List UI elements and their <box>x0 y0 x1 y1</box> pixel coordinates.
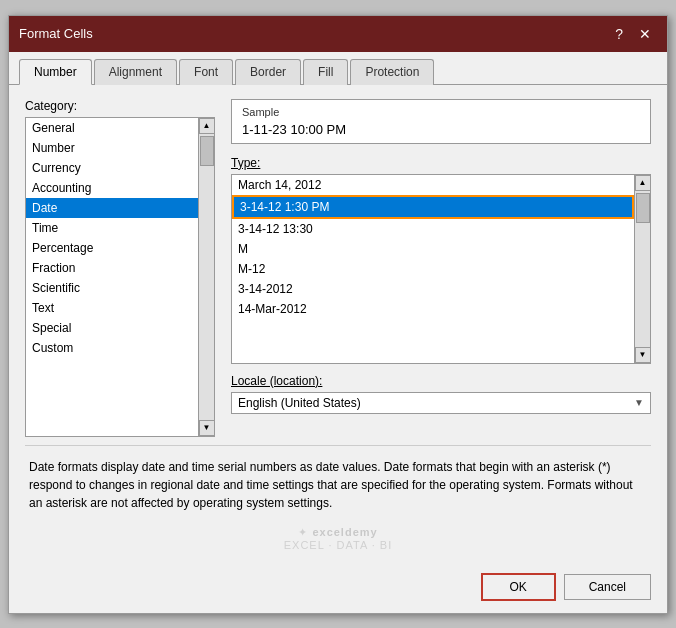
locale-value: English (United States) <box>238 396 634 410</box>
dialog-title: Format Cells <box>19 26 93 41</box>
description-area: Date formats display date and time seria… <box>25 445 651 522</box>
category-list-container: GeneralNumberCurrencyAccountingDateTimeP… <box>25 117 215 437</box>
list-item[interactable]: Number <box>26 138 198 158</box>
tab-number[interactable]: Number <box>19 59 92 85</box>
type-item[interactable]: M-12 <box>232 259 634 279</box>
category-label: Category: <box>25 99 215 113</box>
tab-font[interactable]: Font <box>179 59 233 85</box>
category-list[interactable]: GeneralNumberCurrencyAccountingDateTimeP… <box>26 118 198 436</box>
type-item[interactable]: 3-14-12 13:30 <box>232 219 634 239</box>
right-panel: Sample 1-11-23 10:00 PM Type: March 14, … <box>231 99 651 437</box>
list-item[interactable]: Custom <box>26 338 198 358</box>
type-list[interactable]: March 14, 20123-14-12 1:30 PM3-14-12 13:… <box>232 175 634 363</box>
type-scrollbar[interactable]: ▲ ▼ <box>634 175 650 363</box>
list-item[interactable]: Fraction <box>26 258 198 278</box>
type-item[interactable]: 3-14-12 1:30 PM <box>232 195 634 219</box>
left-panel: Category: GeneralNumberCurrencyAccountin… <box>25 99 215 437</box>
footer: OK Cancel <box>9 565 667 613</box>
list-item[interactable]: Percentage <box>26 238 198 258</box>
type-item[interactable]: 3-14-2012 <box>232 279 634 299</box>
title-bar: Format Cells ? ✕ <box>9 16 667 52</box>
help-button[interactable]: ? <box>609 25 629 43</box>
list-item[interactable]: Special <box>26 318 198 338</box>
scroll-up-arrow[interactable]: ▲ <box>199 118 215 134</box>
list-item[interactable]: General <box>26 118 198 138</box>
scroll-down-arrow[interactable]: ▼ <box>199 420 215 436</box>
tab-fill[interactable]: Fill <box>303 59 348 85</box>
main-area: Category: GeneralNumberCurrencyAccountin… <box>25 99 651 437</box>
tab-protection[interactable]: Protection <box>350 59 434 85</box>
list-item[interactable]: Scientific <box>26 278 198 298</box>
type-list-container: March 14, 20123-14-12 1:30 PM3-14-12 13:… <box>231 174 651 364</box>
list-item[interactable]: Time <box>26 218 198 238</box>
sample-box: Sample 1-11-23 10:00 PM <box>231 99 651 144</box>
tab-border[interactable]: Border <box>235 59 301 85</box>
type-scroll-track[interactable] <box>635 191 650 347</box>
type-scroll-thumb[interactable] <box>636 193 650 223</box>
list-item[interactable]: Text <box>26 298 198 318</box>
type-item[interactable]: M <box>232 239 634 259</box>
category-scrollbar[interactable]: ▲ ▼ <box>198 118 214 436</box>
dialog-content: Category: GeneralNumberCurrencyAccountin… <box>9 85 667 565</box>
watermark: ✦ exceldemy EXCEL · DATA · BI <box>25 522 651 555</box>
locale-label: Locale (location): <box>231 374 651 388</box>
watermark-line1: ✦ exceldemy <box>25 526 651 539</box>
list-item[interactable]: Accounting <box>26 178 198 198</box>
sample-label: Sample <box>242 106 640 118</box>
tab-alignment[interactable]: Alignment <box>94 59 177 85</box>
sample-value: 1-11-23 10:00 PM <box>242 122 640 137</box>
list-item[interactable]: Date <box>26 198 198 218</box>
description-text: Date formats display date and time seria… <box>29 460 633 510</box>
locale-dropdown-arrow: ▼ <box>634 397 644 408</box>
format-cells-dialog: Format Cells ? ✕ Number Alignment Font B… <box>8 15 668 614</box>
tab-bar: Number Alignment Font Border Fill Protec… <box>9 52 667 85</box>
type-item[interactable]: 14-Mar-2012 <box>232 299 634 319</box>
close-button[interactable]: ✕ <box>633 25 657 43</box>
scroll-thumb[interactable] <box>200 136 214 166</box>
title-buttons: ? ✕ <box>609 25 657 43</box>
list-item[interactable]: Currency <box>26 158 198 178</box>
type-scroll-down[interactable]: ▼ <box>635 347 651 363</box>
type-scroll-up[interactable]: ▲ <box>635 175 651 191</box>
type-label: Type: <box>231 156 651 170</box>
locale-select[interactable]: English (United States) ▼ <box>231 392 651 414</box>
ok-button[interactable]: OK <box>481 573 556 601</box>
type-item[interactable]: March 14, 2012 <box>232 175 634 195</box>
watermark-line2: EXCEL · DATA · BI <box>25 539 651 551</box>
cancel-button[interactable]: Cancel <box>564 574 651 600</box>
scroll-track[interactable] <box>199 134 214 420</box>
